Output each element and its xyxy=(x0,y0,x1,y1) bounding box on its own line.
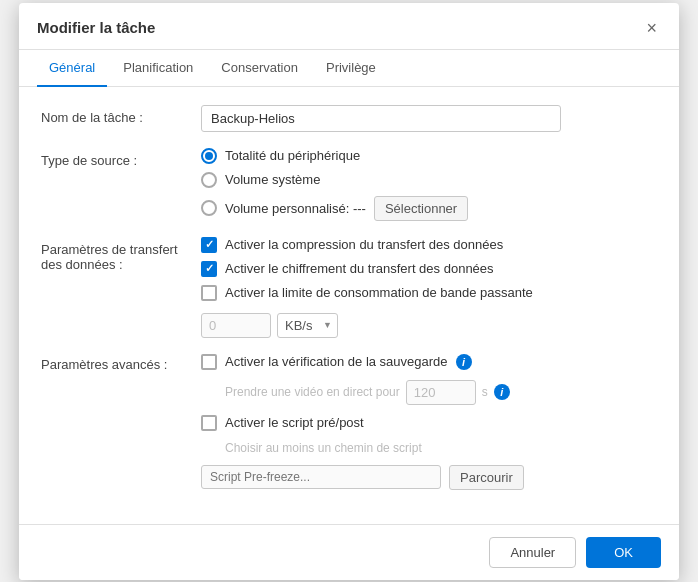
source-option-custom[interactable]: Volume personnalisé: --- Sélectionner xyxy=(201,196,657,221)
transfer-label: Paramètres de transfertdes données : xyxy=(41,237,201,272)
browse-button[interactable]: Parcourir xyxy=(449,465,524,490)
checkbox-bandwidth[interactable] xyxy=(201,285,217,301)
dialog-footer: Annuler OK xyxy=(19,524,679,580)
transfer-compression[interactable]: Activer la compression du transfert des … xyxy=(201,237,657,253)
script-input-row: Parcourir xyxy=(201,465,657,490)
script-hint: Choisir au moins un chemin de script xyxy=(201,441,657,455)
video-prefix: Prendre une vidéo en direct pour xyxy=(225,385,400,399)
advanced-script[interactable]: Activer le script pré/post xyxy=(201,415,657,431)
cancel-button[interactable]: Annuler xyxy=(489,537,576,568)
source-type-control: Totalité du périphérique Volume système … xyxy=(201,148,657,221)
task-name-input[interactable] xyxy=(201,105,561,132)
advanced-row: Paramètres avancés : Activer la vérifica… xyxy=(41,354,657,490)
tab-bar: Général Planification Conservation Privi… xyxy=(19,50,679,87)
transfer-encryption[interactable]: Activer le chiffrement du transfert des … xyxy=(201,261,657,277)
tab-general[interactable]: Général xyxy=(37,50,107,87)
bandwidth-unit-wrapper: KB/s MB/s xyxy=(277,313,338,338)
verify-label: Activer la vérification de la sauvegarde xyxy=(225,354,448,369)
verify-info-icon: i xyxy=(456,354,472,370)
bandwidth-label: Activer la limite de consommation de ban… xyxy=(225,285,533,300)
transfer-row: Paramètres de transfertdes données : Act… xyxy=(41,237,657,338)
source-option-total-label: Totalité du périphérique xyxy=(225,148,360,163)
task-name-control xyxy=(201,105,657,132)
transfer-control: Activer la compression du transfert des … xyxy=(201,237,657,338)
tab-privilege[interactable]: Privilège xyxy=(314,50,388,87)
advanced-label: Paramètres avancés : xyxy=(41,354,201,372)
checkbox-verify[interactable] xyxy=(201,354,217,370)
radio-custom[interactable] xyxy=(201,200,217,216)
source-option-custom-label: Volume personnalisé: --- xyxy=(225,201,366,216)
bandwidth-inline-row: KB/s MB/s xyxy=(201,313,657,338)
task-name-label: Nom de la tâche : xyxy=(41,105,201,125)
video-duration-input[interactable] xyxy=(406,380,476,405)
bandwidth-unit-select[interactable]: KB/s MB/s xyxy=(277,313,338,338)
video-inline-row: Prendre une vidéo en direct pour s i xyxy=(201,380,657,405)
source-option-total[interactable]: Totalité du périphérique xyxy=(201,148,657,164)
video-info-icon: i xyxy=(494,384,510,400)
checkbox-encryption[interactable] xyxy=(201,261,217,277)
source-type-row: Type de source : Totalité du périphériqu… xyxy=(41,148,657,221)
dialog: Modifier la tâche × Général Planificatio… xyxy=(19,3,679,580)
compression-label: Activer la compression du transfert des … xyxy=(225,237,503,252)
tab-conservation[interactable]: Conservation xyxy=(209,50,310,87)
source-type-label: Type de source : xyxy=(41,148,201,168)
transfer-bandwidth[interactable]: Activer la limite de consommation de ban… xyxy=(201,285,657,301)
task-name-row: Nom de la tâche : xyxy=(41,105,657,132)
advanced-controls: Activer la vérification de la sauvegarde… xyxy=(201,354,657,490)
advanced-verify[interactable]: Activer la vérification de la sauvegarde… xyxy=(201,354,657,370)
dialog-header: Modifier la tâche × xyxy=(19,3,679,50)
transfer-checkbox-group: Activer la compression du transfert des … xyxy=(201,237,657,338)
radio-system[interactable] xyxy=(201,172,217,188)
script-label: Activer le script pré/post xyxy=(225,415,364,430)
ok-button[interactable]: OK xyxy=(586,537,661,568)
checkbox-compression[interactable] xyxy=(201,237,217,253)
radio-total[interactable] xyxy=(201,148,217,164)
checkbox-script[interactable] xyxy=(201,415,217,431)
video-suffix: s xyxy=(482,385,488,399)
dialog-title: Modifier la tâche xyxy=(37,19,155,36)
select-button[interactable]: Sélectionner xyxy=(374,196,468,221)
source-option-system-label: Volume système xyxy=(225,172,320,187)
script-pre-input[interactable] xyxy=(201,465,441,489)
source-radio-group: Totalité du périphérique Volume système … xyxy=(201,148,657,221)
encryption-label: Activer le chiffrement du transfert des … xyxy=(225,261,494,276)
bandwidth-input[interactable] xyxy=(201,313,271,338)
tab-planification[interactable]: Planification xyxy=(111,50,205,87)
dialog-body: Nom de la tâche : Type de source : Total… xyxy=(19,87,679,524)
source-option-system[interactable]: Volume système xyxy=(201,172,657,188)
close-button[interactable]: × xyxy=(642,17,661,39)
